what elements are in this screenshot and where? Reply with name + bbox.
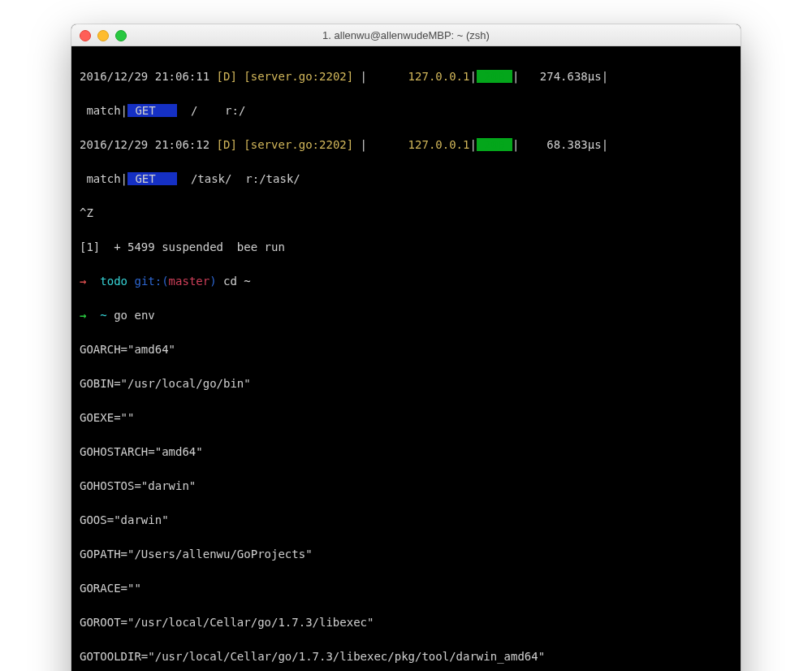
window-controls [80, 30, 127, 41]
log-tag: [D] [server.go:2202] [217, 138, 354, 151]
env-line: GOTOOLDIR="/usr/local/Cellar/go/1.7.3/li… [80, 648, 732, 665]
http-status-badge: 200 [477, 70, 512, 83]
env-line: GOPATH="/Users/allenwu/GoProjects" [80, 546, 732, 563]
prompt-arrow-icon: → [80, 275, 86, 288]
prompt-dir: todo [100, 275, 127, 288]
log-tag: [D] [server.go:2202] [217, 70, 354, 83]
log-ip: 127.0.0.1 [408, 138, 470, 151]
close-icon[interactable] [80, 30, 91, 41]
git-label: ) [209, 275, 216, 288]
log-match: match| GET / r:/ [80, 102, 732, 119]
ctrl-char: ^Z [80, 205, 732, 222]
suspended-line: [1] + 5499 suspended bee run [80, 239, 732, 256]
git-branch: master [169, 275, 210, 288]
env-line: GOHOSTOS="darwin" [80, 478, 732, 495]
env-line: GOROOT="/usr/local/Cellar/go/1.7.3/libex… [80, 614, 732, 631]
minimize-icon[interactable] [97, 30, 109, 41]
git-label: git:( [134, 275, 168, 288]
log-ip: 127.0.0.1 [408, 70, 470, 83]
log-line: 2016/12/29 21:06:12 [D] [server.go:2202]… [80, 136, 732, 154]
env-line: GOBIN="/usr/local/go/bin" [80, 375, 732, 392]
titlebar: 1. allenwu@allenwudeMBP: ~ (zsh) [71, 24, 741, 46]
http-method-badge: GET [127, 172, 177, 185]
prompt-arrow-icon: → [80, 309, 86, 322]
http-status-badge: 200 [477, 138, 512, 151]
env-line: GOHOSTARCH="amd64" [80, 444, 732, 461]
zoom-icon[interactable] [115, 30, 127, 41]
terminal-window: 1. allenwu@allenwudeMBP: ~ (zsh) 2016/12… [71, 24, 741, 671]
log-match: match| GET /task/ r:/task/ [80, 171, 732, 188]
prompt-line: → todo git:(master) cd ~ [80, 273, 732, 290]
terminal-body[interactable]: 2016/12/29 21:06:11 [D] [server.go:2202]… [71, 46, 741, 671]
command-text: cd ~ [223, 275, 251, 288]
window-title: 1. allenwu@allenwudeMBP: ~ (zsh) [322, 29, 490, 41]
log-line: 2016/12/29 21:06:11 [D] [server.go:2202]… [80, 68, 732, 85]
prompt-line: → ~ go env [80, 307, 732, 324]
prompt-dir: ~ [100, 309, 106, 322]
command-text: go env [114, 309, 155, 322]
http-method-badge: GET [127, 104, 177, 117]
env-line: GORACE="" [80, 580, 732, 597]
env-line: GOEXE="" [80, 409, 732, 426]
env-line: GOOS="darwin" [80, 512, 732, 529]
env-line: GOARCH="amd64" [80, 341, 732, 358]
